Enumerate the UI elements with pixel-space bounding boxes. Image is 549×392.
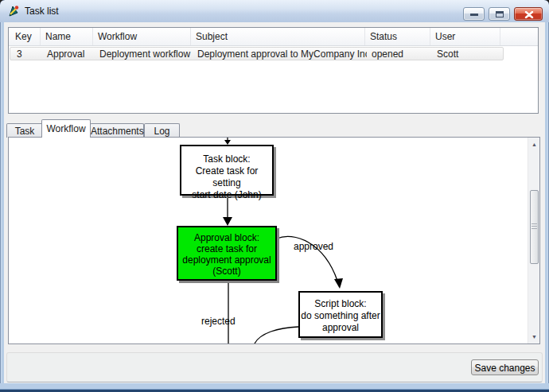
scroll-up-button[interactable]: ▲	[528, 138, 540, 151]
node-line: do something after	[300, 310, 381, 322]
status-bar	[6, 352, 543, 382]
cell-key: 3	[10, 48, 42, 60]
node-line: approval	[300, 322, 381, 334]
node-line: create task for	[178, 243, 275, 254]
node-line: Create task for setting	[181, 165, 272, 189]
column-header-name[interactable]: Name	[41, 28, 93, 45]
column-header-key[interactable]: Key	[9, 28, 41, 45]
edge-label-rejected: rejected	[201, 316, 236, 327]
node-task-block[interactable]: Task block: Create task for setting star…	[180, 145, 274, 196]
cell-status: opened	[367, 48, 432, 60]
node-script-block[interactable]: Script block: do something after approva…	[298, 291, 383, 338]
node-line: Script block:	[300, 298, 381, 310]
caption-buttons	[463, 7, 543, 21]
close-icon	[524, 11, 534, 18]
task-list-window: Task list Key Name Workflow Subject Stat…	[0, 0, 549, 392]
tab-log[interactable]: Log	[144, 123, 180, 138]
tab-task[interactable]: Task	[6, 123, 43, 138]
edge-label-approved: approved	[294, 241, 333, 252]
title-bar[interactable]: Task list	[0, 0, 549, 22]
edge-bottom-curve	[255, 327, 298, 343]
task-table: Key Name Workflow Subject Status User 3 …	[8, 27, 539, 114]
tab-attachments[interactable]: Attachments	[90, 123, 144, 138]
column-header-user[interactable]: User	[430, 28, 500, 45]
node-line: Task block:	[181, 153, 272, 165]
window-title: Task list	[25, 6, 59, 17]
scroll-down-button[interactable]: ▼	[528, 330, 540, 343]
vertical-scrollbar[interactable]: ▲ ▼	[528, 138, 539, 343]
minimize-icon	[470, 14, 478, 16]
table-header: Key Name Workflow Subject Status User	[9, 28, 538, 46]
maximize-button[interactable]	[489, 7, 510, 21]
scrollbar-grip-icon	[531, 223, 537, 230]
node-line: deployment approval	[178, 254, 275, 266]
column-header-filler	[500, 28, 538, 45]
app-icon	[7, 5, 20, 17]
workflow-diagram-panel: Task block: Create task for setting star…	[8, 137, 540, 344]
column-header-subject[interactable]: Subject	[191, 28, 365, 45]
node-approval-block[interactable]: Approval block: create task for deployme…	[177, 226, 277, 281]
table-row[interactable]: 3 Approval Deployment workflow Deploymen…	[10, 47, 504, 60]
node-line: start date (John)	[181, 189, 272, 201]
cell-subject: Deployment approval to MyCompany Inc.	[193, 48, 367, 60]
window-frame-right	[545, 22, 549, 383]
save-changes-button[interactable]: Save changes	[471, 359, 539, 375]
minimize-button[interactable]	[463, 7, 485, 21]
node-line: Approval block:	[178, 232, 275, 243]
tab-workflow[interactable]: Workflow	[41, 119, 91, 138]
edge-approved-arrowhead	[334, 278, 343, 289]
cell-name: Approval	[42, 48, 95, 60]
column-header-workflow[interactable]: Workflow	[93, 28, 191, 45]
window-frame-bottom	[0, 383, 549, 392]
cell-workflow: Deployment workflow	[95, 48, 193, 60]
node-line: (Scott)	[178, 266, 275, 277]
maximize-icon	[496, 11, 504, 17]
close-button[interactable]	[514, 7, 543, 21]
edge-task-to-approval-arrowhead	[223, 217, 232, 226]
column-header-status[interactable]: Status	[365, 28, 430, 45]
scrollbar-thumb[interactable]	[530, 190, 539, 264]
cell-user: Scott	[432, 48, 502, 60]
